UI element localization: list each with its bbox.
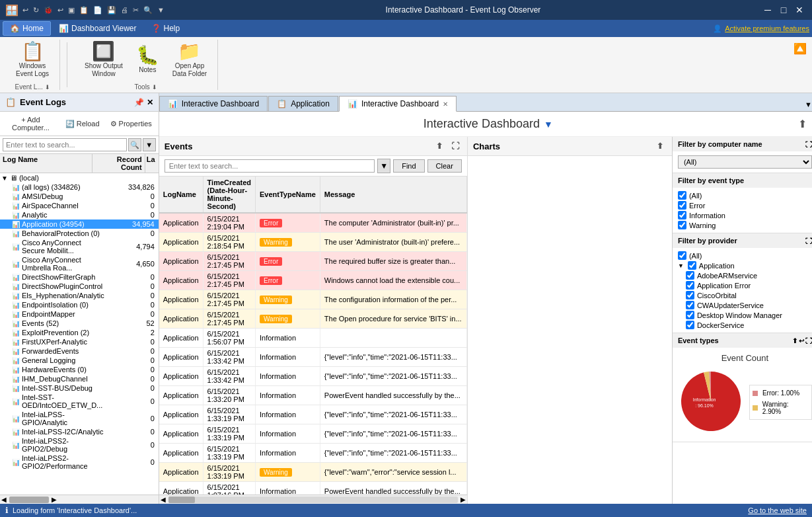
quick-access-icon[interactable]: ▣: [67, 6, 76, 15]
table-row[interactable]: Application 6/15/2021 2:17:45 PM Error T…: [159, 252, 467, 271]
expand-icon[interactable]: ⛶: [805, 141, 812, 148]
list-item[interactable]: 📊 Intel-iaLPSS-GPIO/Analytic 0: [0, 410, 159, 427]
list-item[interactable]: 📊 EndpointMapper 0: [0, 309, 159, 319]
list-item[interactable]: 📊 BehavioralProtection (0) 0: [0, 229, 159, 238]
menu-home[interactable]: 🏠 Home: [3, 21, 51, 36]
list-item[interactable]: 📊 Intel-SST-OED/IntcOED_ETW_D... 0: [0, 393, 159, 410]
scroll-left-btn[interactable]: ◀: [0, 496, 8, 503]
checkbox-error[interactable]: [678, 201, 686, 210]
maximize-button[interactable]: □: [776, 3, 791, 17]
col-header-eventtypename[interactable]: EventTypeName: [256, 177, 320, 213]
list-item[interactable]: 📊 HardwareEvents (0) 0: [0, 365, 159, 374]
quick-access-dropdown[interactable]: ▼: [156, 6, 166, 15]
table-row[interactable]: Application 6/15/2021 1:33:42 PM Informa…: [159, 367, 467, 386]
col-header-logname[interactable]: LogName: [159, 177, 203, 213]
expand-tree-icon[interactable]: ▼: [678, 262, 684, 269]
scroll-right[interactable]: ▶: [459, 496, 467, 503]
list-item[interactable]: 📊 AMSI/Debug 0: [0, 192, 159, 201]
tab-interactive-dashboard-1[interactable]: 📊 Interactive Dashboard: [159, 96, 268, 111]
quick-access-icon[interactable]: 📋: [78, 6, 90, 15]
close-button[interactable]: ✕: [792, 3, 807, 17]
show-output-window-button[interactable]: 🔲 Show OutputWindow: [79, 40, 128, 81]
checkbox-cwa[interactable]: [686, 301, 694, 309]
provider-expand-icon[interactable]: ⛶: [805, 237, 812, 245]
notes-button[interactable]: 🐛 Notes: [131, 44, 165, 77]
quick-access-icon[interactable]: 🔍: [142, 6, 154, 15]
table-row[interactable]: Application 6/15/2021 1:33:19 PM Informa…: [159, 444, 467, 463]
tabs-more-button[interactable]: ▼: [799, 98, 812, 111]
list-item[interactable]: 📊 Intel-iaLPSS2-GPIO2/Debug 0: [0, 436, 159, 454]
ribbon-collapse-button[interactable]: 🔼: [794, 42, 807, 55]
quick-access-icon[interactable]: ✂: [131, 6, 140, 15]
scroll-thumb[interactable]: [168, 497, 195, 503]
quick-access-icon[interactable]: 📄: [92, 6, 104, 15]
share-icon[interactable]: ⬆: [433, 139, 446, 153]
list-item[interactable]: 📊 ExploitPrevention (2) 2: [0, 328, 159, 337]
checkbox-adobearm[interactable]: [686, 271, 694, 280]
filter-icon[interactable]: ▼: [544, 119, 553, 130]
table-row[interactable]: Application 6/15/2021 1:33:42 PM Informa…: [159, 348, 467, 367]
menu-help[interactable]: ❓ Help: [145, 22, 187, 35]
premium-link[interactable]: 👤 Activate premium features: [713, 24, 809, 33]
quick-access-icon[interactable]: ↻: [32, 6, 40, 15]
checkbox-provider-application[interactable]: [688, 261, 696, 270]
pin-icon[interactable]: 📌: [134, 98, 144, 107]
checkbox-desktop-wm[interactable]: [686, 311, 694, 319]
table-row[interactable]: Application 6/15/2021 1:07:16 PM Informa…: [159, 482, 467, 495]
table-row[interactable]: Application 6/15/2021 1:33:19 PM Informa…: [159, 424, 467, 444]
table-row[interactable]: Application 6/15/2021 2:18:54 PM Warning…: [159, 233, 467, 252]
open-app-data-folder-button[interactable]: 📁 Open AppData Folder: [167, 40, 212, 81]
checkbox-app-error[interactable]: [686, 281, 694, 290]
table-row[interactable]: Application 6/15/2021 1:33:19 PM Informa…: [159, 405, 467, 424]
undo-icon[interactable]: ↩: [799, 337, 804, 344]
table-row[interactable]: Application 6/15/2021 2:17:45 PM Warning…: [159, 290, 467, 309]
quick-access-icon[interactable]: ↩: [21, 6, 30, 15]
tree-item-local[interactable]: ▼ 🖥 (local): [0, 173, 159, 182]
filter-computer-header[interactable]: Filter by computer name ⛶: [673, 137, 812, 151]
scroll-thumb[interactable]: [9, 497, 49, 503]
close-panel-icon[interactable]: ✕: [147, 98, 153, 107]
table-row[interactable]: Application 6/15/2021 1:33:20 PM Informa…: [159, 386, 467, 405]
checkbox-cisco[interactable]: [686, 291, 694, 299]
list-item[interactable]: 📊 Intel-SST-BUS/Debug 0: [0, 383, 159, 393]
events-search-input[interactable]: [165, 159, 375, 173]
search-dropdown-button[interactable]: ▼: [143, 138, 156, 151]
events-horizontal-scrollbar[interactable]: ◀ ▶: [159, 495, 467, 504]
filter-event-type-header[interactable]: Filter by event type: [673, 173, 812, 188]
scroll-left[interactable]: ◀: [159, 496, 167, 503]
checkbox-provider-all[interactable]: [678, 251, 686, 260]
list-item[interactable]: 📊 Analytic 0: [0, 210, 159, 219]
reload-button[interactable]: 🔄 Reload: [61, 118, 104, 130]
table-row[interactable]: Application 6/15/2021 1:56:07 PM Informa…: [159, 329, 467, 348]
quick-access-icon[interactable]: 🖨: [120, 6, 129, 15]
list-item[interactable]: 📊 Events (52) 52: [0, 319, 159, 328]
checkbox-all-types[interactable]: [678, 191, 686, 200]
checkbox-information[interactable]: [678, 211, 686, 219]
quick-access-icon[interactable]: 💾: [106, 6, 118, 15]
list-item[interactable]: 📊 Cisco AnyConnect Secure Mobilit... 4,7…: [0, 238, 159, 255]
tab-close-button[interactable]: ✕: [443, 100, 448, 108]
quick-access-icon[interactable]: ↩: [56, 6, 65, 15]
search-execute-button[interactable]: 🔍: [128, 138, 141, 151]
export-icon[interactable]: ⬆: [798, 118, 807, 130]
table-row[interactable]: Application 6/15/2021 2:19:04 PM Error T…: [159, 213, 467, 233]
expand-chart-icon[interactable]: ⛶: [805, 337, 812, 344]
list-item[interactable]: 📊 General Logging 0: [0, 356, 159, 365]
search-input[interactable]: [3, 138, 127, 151]
list-item[interactable]: 📊 Intel-iaLPSS-I2C/Analytic 0: [0, 427, 159, 436]
list-item-application[interactable]: 📊 Application (34954) 34,954: [0, 219, 159, 229]
list-item[interactable]: 📊 Els_Hyphenation/Analytic 0: [0, 291, 159, 300]
add-computer-button[interactable]: + Add Computer...: [3, 114, 59, 133]
col-header-message[interactable]: Message: [320, 177, 466, 213]
event-types-header[interactable]: Event types ⬆ ↩ ⛶: [673, 333, 812, 348]
table-row[interactable]: Application 6/15/2021 2:17:45 PM Warning…: [159, 309, 467, 329]
list-item[interactable]: 📊 (all logs) (334826) 334,826: [0, 182, 159, 192]
windows-event-logs-button[interactable]: 📋 WindowsEvent Logs: [11, 40, 54, 81]
tab-application[interactable]: 📋 Application: [268, 96, 338, 111]
find-button[interactable]: Find: [393, 159, 424, 173]
list-item[interactable]: 📊 Cisco AnyConnect Umbrella Roa... 4,650: [0, 255, 159, 272]
computer-name-select[interactable]: (All): [678, 155, 812, 169]
table-row[interactable]: Application 6/15/2021 1:33:19 PM Warning…: [159, 463, 467, 482]
list-item[interactable]: 📊 AirSpaceChannel 0: [0, 201, 159, 210]
list-item[interactable]: 📊 DirectShowFilterGraph 0: [0, 272, 159, 282]
